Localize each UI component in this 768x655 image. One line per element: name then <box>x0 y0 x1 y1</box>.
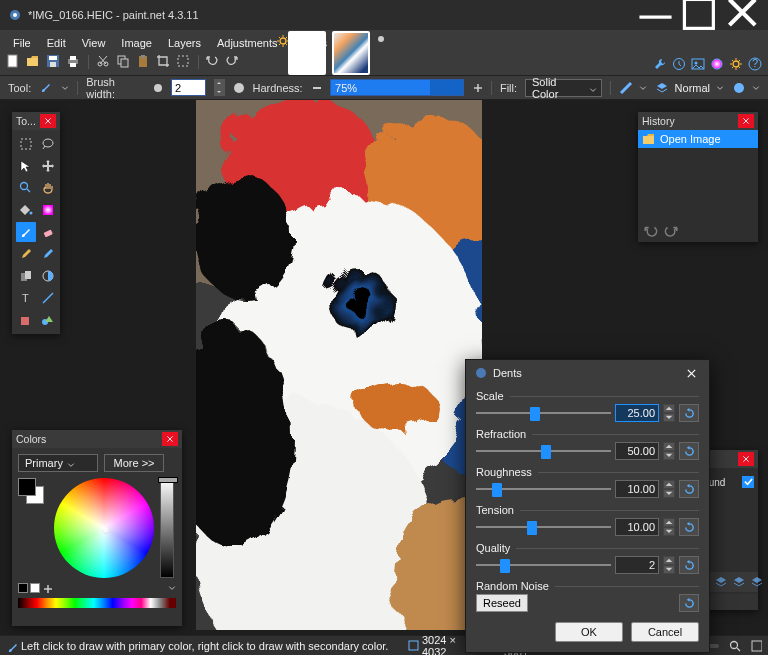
overwrite-toggle[interactable] <box>732 81 760 95</box>
menu-view[interactable]: View <box>75 34 113 52</box>
hardness-plus-icon[interactable] <box>472 82 483 94</box>
redo-button[interactable] <box>226 54 241 69</box>
zoom-in-button[interactable] <box>729 640 740 652</box>
settings-button[interactable] <box>728 56 743 71</box>
tools-window-toggle[interactable] <box>652 56 667 71</box>
roughness-value[interactable]: 10.00 <box>615 480 659 498</box>
random-reset-button[interactable] <box>679 594 699 612</box>
refraction-spinner[interactable] <box>663 442 675 460</box>
roughness-reset[interactable] <box>679 480 699 498</box>
tension-reset[interactable] <box>679 518 699 536</box>
tool-rect-select[interactable] <box>16 134 36 154</box>
tools-window-titlebar[interactable]: To... <box>12 112 60 130</box>
tool-gradient[interactable] <box>38 200 58 220</box>
brush-width-spinner[interactable] <box>214 79 225 96</box>
colors-window-toggle[interactable] <box>709 56 724 71</box>
tool-zoom[interactable] <box>16 178 36 198</box>
new-button[interactable] <box>6 54 21 69</box>
hardness-input[interactable]: 75% <box>330 79 464 96</box>
print-button[interactable] <box>66 54 81 69</box>
palette-menu[interactable] <box>168 582 176 594</box>
undo-button[interactable] <box>206 54 221 69</box>
color-palette[interactable] <box>18 598 176 608</box>
history-window-toggle[interactable] <box>671 56 686 71</box>
tools-window-close[interactable] <box>40 114 56 128</box>
primary-color-swatch[interactable] <box>18 478 36 496</box>
layers-window-toggle[interactable] <box>690 56 705 71</box>
tool-recolor[interactable] <box>38 266 58 286</box>
ok-button[interactable]: OK <box>555 622 623 642</box>
scale-slider[interactable] <box>476 404 611 422</box>
tool-fill[interactable] <box>16 200 36 220</box>
document-thumb-1[interactable] <box>288 31 326 75</box>
tool-text[interactable]: T <box>16 288 36 308</box>
tool-clone[interactable] <box>16 266 36 286</box>
brush-plus-icon[interactable] <box>233 82 244 94</box>
scale-spinner[interactable] <box>663 404 675 422</box>
tool-lasso[interactable] <box>38 134 58 154</box>
paste-button[interactable] <box>136 54 151 69</box>
reseed-button[interactable]: Reseed <box>476 594 528 612</box>
refraction-value[interactable]: 50.00 <box>615 442 659 460</box>
refraction-reset[interactable] <box>679 442 699 460</box>
tool-eraser[interactable] <box>38 222 58 242</box>
undo-button[interactable] <box>644 224 658 238</box>
close-button[interactable] <box>723 0 768 30</box>
layers-window-close[interactable] <box>738 452 754 466</box>
dents-dialog-titlebar[interactable]: Dents <box>466 360 709 386</box>
maximize-button[interactable] <box>678 0 723 30</box>
colors-more-button[interactable]: More >> <box>104 454 164 472</box>
value-slider[interactable] <box>160 478 174 578</box>
tool-shapes[interactable] <box>16 310 36 330</box>
quality-value[interactable]: 2 <box>615 556 659 574</box>
history-window-close[interactable] <box>738 114 754 128</box>
tool-brush[interactable] <box>16 222 36 242</box>
menu-layers[interactable]: Layers <box>161 34 208 52</box>
tool-pencil[interactable] <box>16 244 36 264</box>
menu-image[interactable]: Image <box>114 34 159 52</box>
tension-spinner[interactable] <box>663 518 675 536</box>
save-button[interactable] <box>46 54 61 69</box>
open-button[interactable] <box>26 54 41 69</box>
quality-slider[interactable] <box>476 556 611 574</box>
blend-mode-dropdown[interactable]: Normal <box>655 81 724 95</box>
menu-file[interactable]: File <box>6 34 38 52</box>
layer-movedown-button[interactable] <box>732 575 746 589</box>
tool-dropdown[interactable] <box>61 82 69 94</box>
pin-icon[interactable] <box>376 34 386 44</box>
add-color-icon[interactable] <box>42 583 52 593</box>
color-wheel[interactable] <box>54 478 154 578</box>
tool-picker[interactable] <box>38 244 58 264</box>
scale-reset[interactable] <box>679 404 699 422</box>
redo-button[interactable] <box>664 224 678 238</box>
dents-dialog-close[interactable] <box>681 363 701 383</box>
cut-button[interactable] <box>96 54 111 69</box>
menu-adjustments[interactable]: Adjustments <box>210 34 285 52</box>
cancel-button[interactable]: Cancel <box>631 622 699 642</box>
minimize-button[interactable] <box>633 0 678 30</box>
black-swatch[interactable] <box>18 583 28 593</box>
layer-moveup-button[interactable] <box>714 575 728 589</box>
quality-spinner[interactable] <box>663 556 675 574</box>
quality-reset[interactable] <box>679 556 699 574</box>
scale-value[interactable]: 25.00 <box>615 404 659 422</box>
tension-value[interactable]: 10.00 <box>615 518 659 536</box>
layer-props-button[interactable] <box>750 575 764 589</box>
brush-width-input[interactable]: 2 <box>171 79 206 96</box>
copy-button[interactable] <box>116 54 131 69</box>
colors-window-titlebar[interactable]: Colors <box>12 430 182 448</box>
history-window-titlebar[interactable]: History <box>638 112 758 130</box>
color-swatches[interactable] <box>18 478 48 508</box>
history-item[interactable]: Open Image <box>638 130 758 148</box>
tool-move[interactable] <box>38 156 58 176</box>
crop-button[interactable] <box>156 54 171 69</box>
canvas[interactable] <box>196 100 482 630</box>
antialias-toggle[interactable] <box>619 81 647 95</box>
document-thumb-2[interactable] <box>332 31 370 75</box>
tool-pan[interactable] <box>38 178 58 198</box>
tool-shapes2[interactable] <box>38 310 58 330</box>
brush-minus-icon[interactable] <box>152 82 163 94</box>
tool-move-sel[interactable] <box>16 156 36 176</box>
color-mode-dropdown[interactable]: Primary <box>18 454 98 472</box>
hardness-minus-icon[interactable] <box>311 82 322 94</box>
